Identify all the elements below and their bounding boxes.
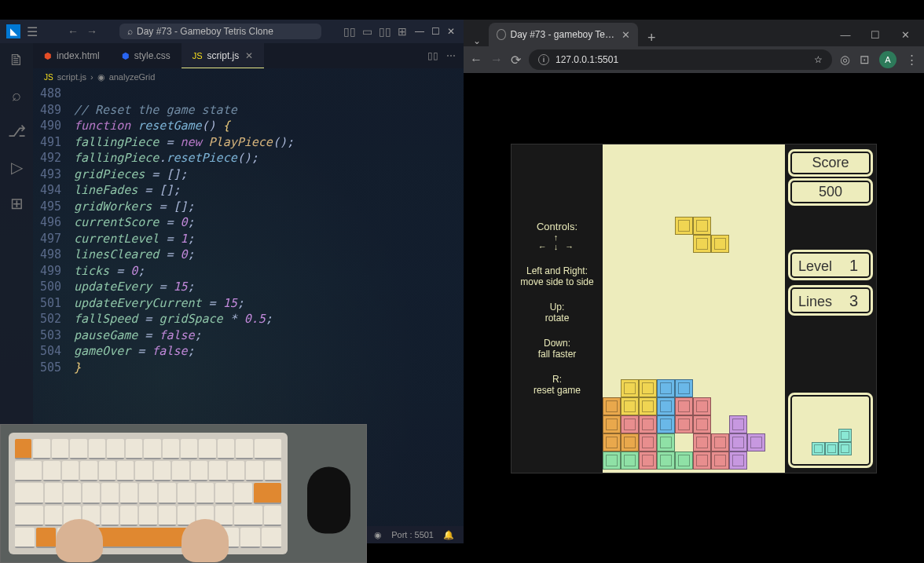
line-number: 505 (39, 360, 74, 376)
code-line[interactable]: 503 pauseGame = false; (39, 327, 464, 344)
ctrl-lr: Left and Right: move side to side (520, 265, 593, 287)
code-line[interactable]: 493 gridPieces = []; (39, 166, 464, 183)
editor-tab-style-css[interactable]: ⬢style.css (111, 43, 182, 68)
tetris-block (621, 397, 639, 415)
lens-icon[interactable]: ◎ (840, 53, 850, 67)
code-line[interactable]: 504 gameOver = false; (39, 343, 464, 360)
tab-search-icon[interactable]: ⌄ (468, 35, 486, 46)
panel-left-icon[interactable]: ▯▯ (343, 25, 356, 38)
line-number: 502 (39, 311, 74, 327)
favicon (497, 29, 506, 40)
code-line[interactable]: 490function resetGame() { (39, 118, 464, 134)
symbol-icon: ◉ (97, 72, 105, 82)
tetris-block (657, 397, 675, 415)
tetris-block (693, 433, 711, 451)
tetris-block (639, 397, 657, 415)
vscode-logo-icon: ◣ (6, 24, 20, 38)
right-hand (182, 519, 229, 562)
level-panel: Level 1 (790, 251, 871, 279)
vscode-titlebar: ◣ ☰ ← → ⌕ Day #73 - Gameboy Tetris Clone… (0, 20, 464, 43)
browser-tab[interactable]: Day #73 - gameboy Tetris Clone ✕ (489, 23, 638, 46)
lines-value: 3 (849, 292, 863, 310)
explorer-icon[interactable]: 🗎 (9, 51, 24, 69)
tetris-block (603, 433, 621, 451)
back-icon[interactable]: ← (470, 53, 482, 67)
browser-tabs: ⌄ Day #73 - gameboy Tetris Clone ✕ + — ☐… (464, 20, 924, 46)
code-line[interactable]: 501 updateEveryCurrent = 15; (39, 295, 464, 312)
code-line[interactable]: 500 updateEvery = 15; (39, 279, 464, 295)
ctrl-up: Up: rotate (545, 302, 570, 324)
tetris-block (657, 379, 675, 397)
bell-icon[interactable]: 🔔 (443, 530, 454, 540)
debug-icon[interactable]: ▷ (11, 158, 23, 177)
code-line[interactable]: 492 fallingPiece.resetPiece(); (39, 150, 464, 166)
url-bar[interactable]: i 127.0.0.1:5501 ☆ (529, 49, 832, 70)
editor-tab-script-js[interactable]: JSscript.js✕ (182, 43, 265, 68)
code-line[interactable]: 495 gridWorkers = []; (39, 199, 464, 215)
more-icon[interactable]: ⋯ (446, 50, 456, 61)
tetris-block (675, 415, 693, 433)
js-file-icon: JS (192, 51, 203, 60)
back-icon[interactable]: ← (68, 25, 79, 38)
tetris-block (675, 451, 693, 470)
code-line[interactable]: 489 // Reset the game state (39, 102, 464, 119)
reload-icon[interactable]: ⟳ (511, 53, 521, 68)
panel-right-icon[interactable]: ▯▯ (379, 25, 391, 38)
port-status[interactable]: Port : 5501 (391, 530, 434, 539)
minimize-icon[interactable]: — (831, 23, 860, 46)
code-line[interactable]: 505} (39, 360, 464, 376)
tab-label: index.html (57, 50, 100, 61)
score-label: Score (798, 155, 863, 171)
tetris-block (693, 397, 711, 415)
tetris-block (603, 415, 621, 433)
panel-bottom-icon[interactable]: ▭ (362, 25, 372, 38)
line-number: 489 (39, 102, 74, 119)
close-tab-icon[interactable]: ✕ (245, 50, 253, 61)
menu-icon[interactable]: ⋮ (906, 53, 918, 67)
code-line[interactable]: 494 lineFades = []; (39, 182, 464, 199)
maximize-icon[interactable]: ☐ (429, 25, 442, 38)
tetris-block (621, 415, 639, 433)
editor-tab-index-html[interactable]: ⬢index.html (33, 43, 111, 68)
menu-icon[interactable]: ☰ (27, 24, 38, 39)
tetris-block (711, 451, 729, 470)
code-line[interactable]: 497 currentLevel = 1; (39, 231, 464, 247)
tetris-block (812, 442, 825, 455)
line-number: 492 (39, 150, 74, 166)
nav-arrows: ← → (68, 25, 97, 38)
close-tab-icon[interactable]: ✕ (622, 29, 630, 41)
game-board[interactable] (603, 144, 785, 473)
code-line[interactable]: 496 currentScore = 0; (39, 214, 464, 231)
site-info-icon[interactable]: i (538, 54, 549, 65)
command-center[interactable]: ⌕ Day #73 - Gameboy Tetris Clone (119, 24, 321, 39)
extensions-icon[interactable]: ⊞ (10, 194, 24, 213)
layout-icon[interactable]: ⊞ (398, 25, 407, 38)
close-icon[interactable]: ✕ (445, 25, 457, 38)
minimize-icon[interactable]: — (413, 25, 426, 38)
tetris-game[interactable]: Controls: ↑ ← ↓ → Left and Right: move s… (511, 144, 877, 473)
browser-page: Controls: ↑ ← ↓ → Left and Right: move s… (464, 73, 924, 543)
forward-icon[interactable]: → (490, 53, 503, 67)
code-line[interactable]: 498 linesCleared = 0; (39, 247, 464, 263)
profile-avatar[interactable]: A (879, 51, 896, 68)
score-panel: Score 500 (790, 151, 871, 204)
extensions-icon[interactable]: ⊡ (860, 53, 870, 67)
ctrl-down: Down: fall faster (538, 338, 577, 360)
breadcrumb-symbol: analyzeGrid (109, 72, 156, 82)
code-line[interactable]: 499 ticks = 0; (39, 263, 464, 280)
git-icon[interactable]: ⎇ (8, 122, 26, 141)
code-line[interactable]: 491 fallingPiece = new PlayPiece(); (39, 134, 464, 151)
broadcast-icon[interactable]: ◉ (374, 530, 382, 540)
maximize-icon[interactable]: ☐ (861, 23, 889, 46)
new-tab-button[interactable]: + (641, 30, 662, 46)
search-icon[interactable]: ⌕ (12, 86, 21, 104)
bookmark-icon[interactable]: ☆ (814, 54, 823, 65)
close-icon[interactable]: ✕ (891, 23, 919, 46)
breadcrumb[interactable]: JS script.js › ◉ analyzeGrid (33, 68, 464, 86)
line-number: 497 (39, 231, 74, 247)
split-editor-icon[interactable]: ▯▯ (427, 50, 438, 61)
forward-icon[interactable]: → (86, 25, 97, 38)
code-line[interactable]: 502 fallSpeed = gridSpace * 0.5; (39, 311, 464, 327)
code-line[interactable]: 488 (39, 86, 464, 102)
tetris-block (825, 442, 838, 455)
